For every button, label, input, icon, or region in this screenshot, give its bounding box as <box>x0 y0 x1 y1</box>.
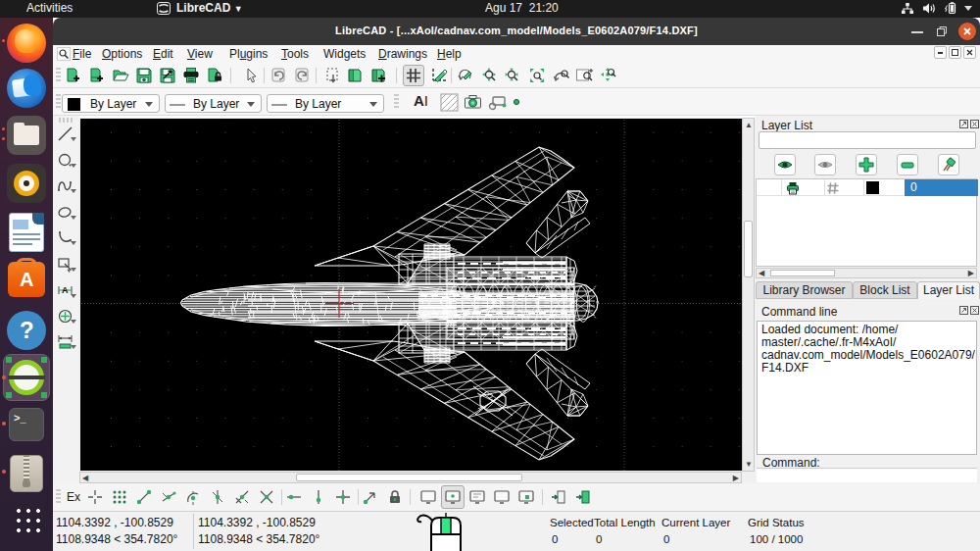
svg-text:A: A <box>62 285 69 295</box>
